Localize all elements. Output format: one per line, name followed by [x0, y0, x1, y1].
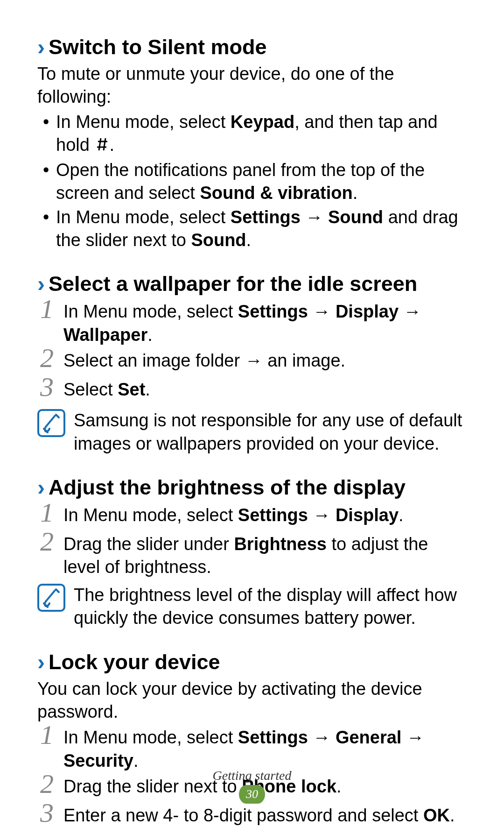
- text: In Menu mode, select: [63, 728, 238, 747]
- chevron-icon: ›: [37, 33, 45, 61]
- heading-wallpaper: › Select a wallpaper for the idle screen: [37, 269, 467, 297]
- text: Drag the slider under: [63, 534, 234, 554]
- bullet-item: Open the notifications panel from the to…: [37, 159, 467, 205]
- footer-label: Getting started: [0, 768, 504, 783]
- heading-lock: › Lock your device: [37, 648, 467, 676]
- text: In Menu mode, select: [56, 112, 231, 132]
- step-item: 1 In Menu mode, select Settings → Displa…: [37, 300, 467, 346]
- bold: Sound & vibration: [200, 183, 352, 203]
- text: .: [450, 806, 455, 825]
- step-item: 2 Drag the slider under Brightness to ad…: [37, 533, 467, 579]
- heading-silent: › Switch to Silent mode: [37, 33, 467, 61]
- arrow: →: [308, 505, 336, 525]
- bold: Sound: [191, 230, 246, 250]
- text: In Menu mode, select: [63, 302, 238, 321]
- step-item: 3 Select Set.: [37, 378, 467, 404]
- text: In Menu mode, select: [63, 505, 238, 525]
- step-number: 3: [40, 374, 54, 401]
- arrow: →: [399, 302, 421, 321]
- bold: Security: [63, 751, 133, 770]
- text: Enter a new 4- to 8-digit password and s…: [63, 806, 423, 825]
- bold: Display: [336, 302, 399, 321]
- text: Select an image folder → an image.: [63, 351, 345, 370]
- section-silent: › Switch to Silent mode To mute or unmut…: [37, 33, 467, 252]
- note-text: The brightness level of the display will…: [74, 584, 467, 630]
- text: In Menu mode, select: [56, 207, 231, 227]
- footer: Getting started 30: [0, 768, 504, 804]
- step-item: 3 Enter a new 4- to 8-digit password and…: [37, 804, 467, 827]
- bold: Settings: [238, 505, 308, 525]
- bullet-item: In Menu mode, select Keypad, and then ta…: [37, 111, 467, 158]
- note-text: Samsung is not responsible for any use o…: [74, 409, 467, 455]
- bold: Set: [118, 380, 145, 399]
- note-brightness: The brightness level of the display will…: [37, 584, 467, 630]
- step-number: 1: [40, 296, 54, 323]
- section-wallpaper: › Select a wallpaper for the idle screen…: [37, 269, 467, 455]
- text: .: [246, 230, 252, 250]
- bold: Settings: [238, 728, 308, 747]
- text: Select: [63, 380, 118, 399]
- arrow: →: [301, 207, 328, 227]
- page-number: 30: [246, 787, 258, 801]
- intro-lock: You can lock your device by activating t…: [37, 678, 467, 724]
- step-item: 1 In Menu mode, select Settings → Displa…: [37, 504, 467, 530]
- text: .: [109, 135, 114, 155]
- arrow: →: [308, 728, 336, 747]
- text: .: [133, 751, 139, 770]
- bullet-item: In Menu mode, select Settings → Sound an…: [37, 206, 467, 252]
- steps-brightness: 1 In Menu mode, select Settings → Displa…: [37, 504, 467, 579]
- bold: Settings: [238, 302, 308, 321]
- heading-text: Select a wallpaper for the idle screen: [49, 271, 417, 297]
- svg-line-2: [99, 138, 101, 150]
- bold: Keypad: [231, 112, 294, 132]
- arrow: →: [308, 302, 336, 321]
- step-number: 1: [40, 721, 54, 749]
- step-number: 2: [40, 345, 54, 372]
- heading-text: Adjust the brightness of the display: [49, 474, 406, 501]
- text: .: [353, 183, 358, 203]
- text: .: [399, 505, 404, 525]
- bold: OK: [423, 806, 450, 825]
- step-item: 2 Select an image folder → an image.: [37, 349, 467, 375]
- heading-brightness: › Adjust the brightness of the display: [37, 473, 467, 501]
- chevron-icon: ›: [37, 648, 45, 676]
- steps-wallpaper: 1 In Menu mode, select Settings → Displa…: [37, 300, 467, 404]
- svg-line-3: [104, 138, 105, 150]
- arrow: →: [401, 728, 424, 747]
- intro-silent: To mute or unmute your device, do one of…: [37, 63, 467, 109]
- page-number-badge: 30: [239, 785, 265, 804]
- hash-icon: [94, 134, 109, 157]
- bold: Sound: [328, 207, 383, 227]
- bold: Brightness: [234, 534, 326, 554]
- note-icon: [37, 409, 65, 437]
- bold: Settings: [231, 207, 301, 227]
- bold: Display: [336, 505, 399, 525]
- bold: General: [336, 728, 402, 747]
- text: .: [145, 380, 150, 399]
- heading-text: Lock your device: [49, 649, 220, 675]
- step-number: 1: [40, 499, 54, 526]
- section-brightness: › Adjust the brightness of the display 1…: [37, 473, 467, 630]
- step-number: 2: [40, 528, 54, 555]
- note-wallpaper: Samsung is not responsible for any use o…: [37, 409, 467, 455]
- bold: Wallpaper: [63, 325, 147, 345]
- heading-text: Switch to Silent mode: [49, 34, 267, 60]
- step-item: 1 In Menu mode, select Settings → Genera…: [37, 726, 467, 772]
- text: .: [147, 325, 153, 345]
- note-icon: [37, 584, 65, 612]
- bullet-list-silent: In Menu mode, select Keypad, and then ta…: [37, 111, 467, 252]
